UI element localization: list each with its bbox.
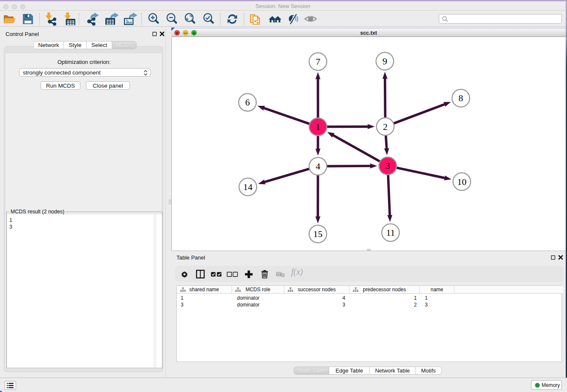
svg-text:1: 1 [316, 121, 320, 132]
svg-text:6: 6 [245, 97, 250, 108]
svg-text:9: 9 [383, 56, 387, 66]
svg-text:3: 3 [385, 160, 390, 171]
svg-text:2: 2 [383, 121, 388, 132]
svg-text:11: 11 [386, 227, 395, 238]
svg-text:14: 14 [243, 182, 253, 192]
svg-text:10: 10 [457, 177, 466, 187]
svg-text:8: 8 [459, 93, 463, 103]
svg-text:4: 4 [316, 161, 320, 171]
svg-text:7: 7 [316, 56, 320, 67]
svg-text:15: 15 [313, 229, 322, 239]
